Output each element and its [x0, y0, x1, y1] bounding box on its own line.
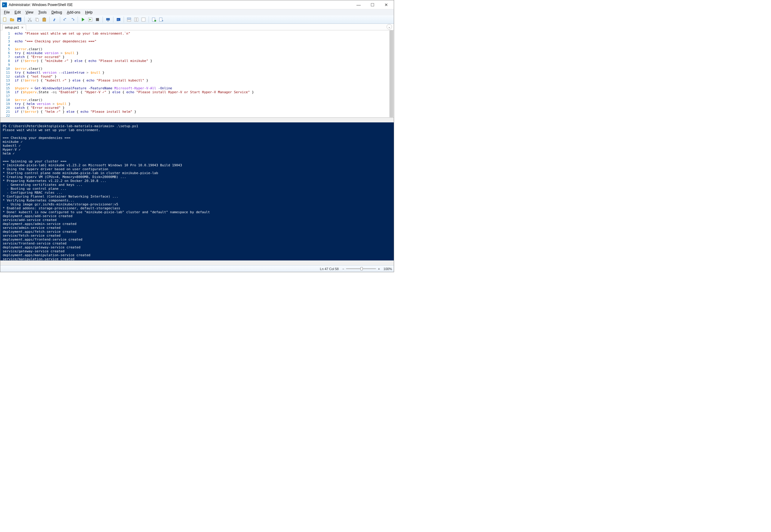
- toolbar-sep: [149, 17, 149, 23]
- close-button[interactable]: ✕: [379, 0, 393, 9]
- svg-rect-17: [134, 18, 136, 21]
- minimize-button[interactable]: —: [352, 0, 365, 9]
- svg-rect-2: [18, 20, 20, 21]
- menu-tools[interactable]: Tools: [36, 10, 49, 15]
- app-icon: >_: [2, 2, 7, 7]
- title-bar: >_ Administrator: Windows PowerShell ISE…: [0, 0, 394, 9]
- zoom-control[interactable]: − +: [342, 267, 380, 271]
- svg-rect-7: [43, 18, 46, 21]
- toolbar-sep: [78, 17, 78, 23]
- toolbar: >_: [0, 15, 394, 24]
- tab-strip: setup.ps1 ✕ ⌄: [0, 24, 394, 30]
- svg-point-21: [154, 20, 156, 22]
- menu-edit[interactable]: Edit: [12, 10, 23, 15]
- svg-rect-12: [107, 21, 109, 21]
- cut-button[interactable]: [26, 16, 33, 23]
- menu-bar: File Edit View Tools Debug Add-ons Help: [0, 9, 394, 15]
- open-button[interactable]: [9, 16, 15, 23]
- svg-rect-19: [142, 18, 145, 21]
- zoom-in-icon[interactable]: +: [378, 267, 380, 271]
- script-editor[interactable]: 1234567891011121314151617181920212223242…: [0, 30, 394, 118]
- editor-vscrollbar[interactable]: [389, 30, 394, 117]
- run-selection-button[interactable]: [87, 16, 94, 23]
- stop-button[interactable]: [94, 16, 101, 23]
- new-remote-tab-button[interactable]: [105, 16, 111, 23]
- console-hscrollbar[interactable]: [0, 260, 394, 265]
- run-button[interactable]: [80, 16, 86, 23]
- menu-debug[interactable]: Debug: [49, 10, 64, 15]
- editor-hscrollbar[interactable]: [0, 118, 394, 122]
- menu-addons[interactable]: Add-ons: [64, 10, 83, 15]
- code-area[interactable]: echo "Please wait while we set up your l…: [12, 30, 394, 117]
- tab-label: setup.ps1: [5, 26, 19, 29]
- svg-rect-16: [127, 20, 131, 21]
- show-command-addon-button[interactable]: [158, 16, 165, 23]
- tab-close-icon[interactable]: ✕: [21, 26, 23, 29]
- zoom-out-icon[interactable]: −: [342, 267, 344, 271]
- toolbar-sep: [24, 17, 25, 23]
- menu-view[interactable]: View: [23, 10, 36, 15]
- paste-button[interactable]: [41, 16, 48, 23]
- svg-rect-15: [127, 18, 131, 19]
- new-button[interactable]: [2, 16, 8, 23]
- show-script-top-button[interactable]: [126, 16, 132, 23]
- toolbar-sep: [49, 17, 50, 23]
- svg-rect-8: [44, 17, 45, 18]
- show-script-max-button[interactable]: [140, 16, 147, 23]
- clear-console-button[interactable]: [51, 16, 58, 23]
- toolbar-sep: [113, 17, 113, 23]
- zoom-label: 100%: [384, 267, 392, 271]
- zoom-slider[interactable]: [346, 268, 376, 269]
- menu-file[interactable]: File: [2, 10, 12, 15]
- svg-rect-22: [159, 18, 162, 21]
- undo-button[interactable]: [62, 16, 69, 23]
- line-gutter: 1234567891011121314151617181920212223242…: [0, 30, 12, 117]
- redo-button[interactable]: [69, 16, 76, 23]
- svg-rect-11: [106, 18, 110, 20]
- cursor-position: Ln 47 Col 58: [320, 267, 339, 271]
- svg-rect-18: [137, 18, 138, 21]
- svg-text:>_: >_: [117, 18, 120, 21]
- svg-rect-0: [3, 18, 6, 21]
- window-title: Administrator: Windows PowerShell ISE: [9, 3, 352, 7]
- show-script-right-button[interactable]: [133, 16, 140, 23]
- svg-rect-10: [96, 18, 99, 21]
- menu-help[interactable]: Help: [83, 10, 95, 15]
- status-bar: Ln 47 Col 58 − + 100%: [0, 265, 394, 272]
- toolbar-sep: [103, 17, 103, 23]
- svg-rect-6: [36, 19, 39, 21]
- powershell-tab-button[interactable]: >_: [115, 16, 122, 23]
- collapse-script-pane-button[interactable]: ⌄: [387, 24, 392, 29]
- save-button[interactable]: [16, 16, 23, 23]
- copy-button[interactable]: [34, 16, 40, 23]
- tab-setup[interactable]: setup.ps1 ✕: [2, 24, 26, 30]
- console-pane[interactable]: PS C:\Users\Peter\Desktop\pixie-lab-mate…: [0, 122, 394, 260]
- maximize-button[interactable]: ☐: [365, 0, 379, 9]
- show-command-button[interactable]: [151, 16, 157, 23]
- toolbar-sep: [124, 17, 124, 23]
